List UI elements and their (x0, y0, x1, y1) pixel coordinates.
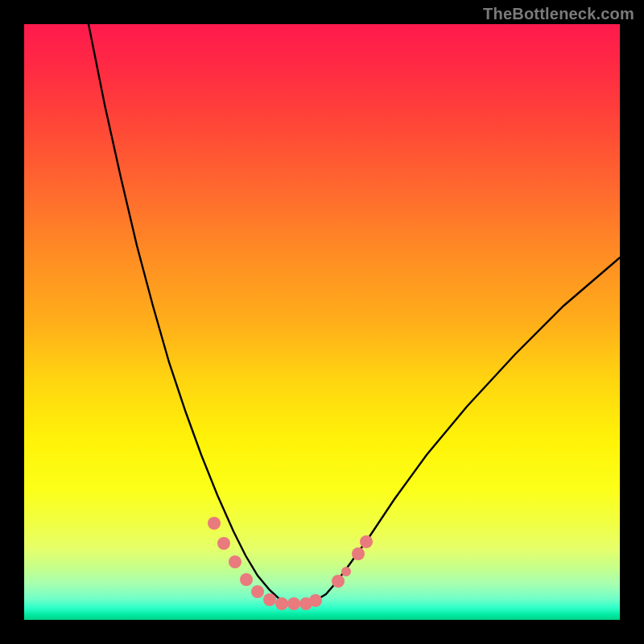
curve-marker (299, 597, 312, 610)
curve-marker (240, 573, 253, 586)
chart-svg (24, 24, 620, 620)
curve-marker (360, 535, 373, 548)
curve-marker (332, 575, 345, 588)
curve-marker (251, 585, 264, 598)
left-bottleneck-curve (89, 24, 298, 604)
curve-marker (229, 555, 242, 568)
watermark-text: TheBottleneck.com (483, 5, 634, 23)
curve-marker (287, 597, 300, 610)
curve-markers-group (208, 517, 373, 610)
curve-marker (217, 537, 230, 550)
curve-marker (341, 567, 351, 576)
curve-marker (352, 547, 365, 560)
curve-marker (309, 594, 322, 607)
chart-plot-area (24, 24, 620, 620)
curve-marker (208, 517, 221, 530)
curve-marker (275, 597, 288, 610)
right-bottleneck-curve (298, 258, 620, 604)
curve-marker (263, 593, 276, 606)
